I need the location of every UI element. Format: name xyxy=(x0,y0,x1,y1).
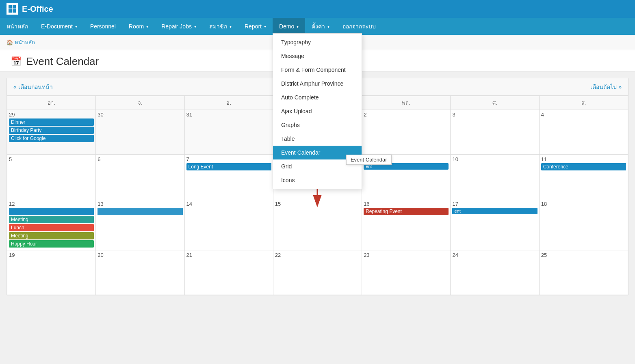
nav-room[interactable]: Room ▾ xyxy=(122,18,155,35)
event-lunch[interactable]: Lunch xyxy=(9,224,94,231)
menu-ajax-upload[interactable]: Ajax Upload xyxy=(273,104,362,118)
menu-message[interactable]: Message xyxy=(273,49,362,63)
nav-logout[interactable]: ออกจากระบบ xyxy=(336,18,382,35)
day-6[interactable]: 6 xyxy=(96,155,184,199)
report-caret: ▾ xyxy=(264,24,266,29)
event-dinner[interactable]: Dinner xyxy=(9,118,94,126)
nav-home[interactable]: หน้าหลัก xyxy=(0,18,35,35)
day-29[interactable]: 29 Dinner Birthday Party Click for Googl… xyxy=(7,110,96,155)
calendar-row-3: 12 Meeting Lunch Meeting Happy Hour 13 1… xyxy=(7,199,628,250)
day-num-4: 4 xyxy=(541,112,626,118)
calendar-icon: 📅 xyxy=(10,56,22,68)
edocument-caret: ▾ xyxy=(75,24,77,29)
menu-icons[interactable]: Icons xyxy=(273,173,362,187)
day-17[interactable]: 17 ent xyxy=(451,199,539,250)
home-icon: 🏠 xyxy=(7,39,13,45)
menu-form[interactable]: Form & Form Component xyxy=(273,63,362,77)
day-11[interactable]: 11 Conference xyxy=(539,155,628,199)
next-month-link[interactable]: เดือนถัดไป » xyxy=(590,82,622,91)
day-24[interactable]: 24 xyxy=(451,250,539,295)
day-20[interactable]: 20 xyxy=(96,250,184,295)
day-3[interactable]: 3 xyxy=(451,110,539,155)
prev-month-link[interactable]: « เดือนก่อนหน้า xyxy=(13,82,53,91)
nav-report[interactable]: Report ▾ xyxy=(238,18,273,35)
event-calendar-tooltip: Event Calendar xyxy=(346,155,392,165)
event-google[interactable]: Click for Google xyxy=(9,135,94,142)
day-16[interactable]: 16 Repeating Event xyxy=(362,199,451,250)
header-mon: จ. xyxy=(96,96,184,110)
day-num-31: 31 xyxy=(186,112,271,118)
header-thu: พฤ. xyxy=(362,96,451,110)
room-caret: ▾ xyxy=(146,24,148,29)
svg-rect-1 xyxy=(13,5,16,9)
event-span-12[interactable] xyxy=(9,208,94,215)
day-23[interactable]: 23 xyxy=(362,250,451,295)
svg-rect-0 xyxy=(9,5,12,9)
day-25[interactable]: 25 xyxy=(539,250,628,295)
calendar-row-4: 19 20 21 22 23 24 xyxy=(7,250,628,295)
day-5[interactable]: 5 xyxy=(7,155,96,199)
menu-event-calendar[interactable]: Event Calendar Event Calendar xyxy=(273,146,362,159)
nav-personnel[interactable]: Personnel xyxy=(84,18,122,35)
app-title: E-Office xyxy=(22,4,53,14)
day-14[interactable]: 14 xyxy=(184,199,273,250)
app-logo-icon xyxy=(7,3,18,15)
demo-caret: ▾ xyxy=(297,24,299,29)
header-sat: ส. xyxy=(539,96,628,110)
menu-autocomplete[interactable]: Auto Complete xyxy=(273,90,362,104)
breadcrumb-home-link[interactable]: หน้าหลัก xyxy=(15,39,35,45)
event-long[interactable]: Long Event xyxy=(186,163,271,170)
event-repeating[interactable]: Repeating Event xyxy=(364,208,449,215)
menu-typography[interactable]: Typography xyxy=(273,35,362,49)
event-birthday[interactable]: Birthday Party xyxy=(9,127,94,134)
nav-edocument[interactable]: E-Document ▾ xyxy=(35,18,84,35)
day-30[interactable]: 30 xyxy=(96,110,184,155)
day-18[interactable]: 18 xyxy=(539,199,628,250)
header-sun: อา. xyxy=(7,96,96,110)
menu-district[interactable]: District Amphur Province xyxy=(273,77,362,90)
repair-caret: ▾ xyxy=(194,24,196,29)
event-ent-17[interactable]: ent xyxy=(452,208,537,214)
demo-dropdown-menu: Typography Message Form & Form Component… xyxy=(273,33,362,189)
nav-bar: หน้าหลัก E-Document ▾ Personnel Room ▾ R… xyxy=(0,18,635,35)
day-12[interactable]: 12 Meeting Lunch Meeting Happy Hour xyxy=(7,199,96,250)
header-tue: อ. xyxy=(184,96,273,110)
day-19[interactable]: 19 xyxy=(7,250,96,295)
svg-rect-2 xyxy=(9,9,12,13)
top-bar: E-Office xyxy=(0,0,635,18)
menu-graphs[interactable]: Graphs xyxy=(273,118,362,132)
nav-settings[interactable]: ตั้งค่า ▾ xyxy=(305,18,336,35)
day-4[interactable]: 4 xyxy=(539,110,628,155)
day-num-2: 2 xyxy=(364,112,449,118)
day-15[interactable]: 15 xyxy=(273,199,362,250)
day-10[interactable]: 10 xyxy=(451,155,539,199)
nav-member[interactable]: สมาชิก ▾ xyxy=(203,18,238,35)
day-7[interactable]: 7 Long Event xyxy=(184,155,273,199)
day-22[interactable]: 22 xyxy=(273,250,362,295)
settings-caret: ▾ xyxy=(327,24,329,29)
event-meeting2[interactable]: Meeting xyxy=(9,232,94,239)
header-fri: ศ. xyxy=(451,96,539,110)
member-caret: ▾ xyxy=(230,24,232,29)
day-2[interactable]: 2 xyxy=(362,110,451,155)
day-num-29: 29 xyxy=(9,112,94,118)
day-num-3: 3 xyxy=(452,112,537,118)
nav-demo[interactable]: Demo ▾ Typography Message Form & Form Co… xyxy=(273,18,305,35)
day-21[interactable]: 21 xyxy=(184,250,273,295)
day-31[interactable]: 31 xyxy=(184,110,273,155)
day-13[interactable]: 13 xyxy=(96,199,184,250)
event-happyhour[interactable]: Happy Hour xyxy=(9,240,94,248)
event-meeting[interactable]: Meeting xyxy=(9,216,94,223)
event-span-13[interactable] xyxy=(98,208,182,215)
svg-rect-3 xyxy=(13,9,16,13)
event-conference[interactable]: Conference xyxy=(541,163,626,170)
day-num-30: 30 xyxy=(98,112,182,118)
menu-table[interactable]: Table xyxy=(273,132,362,146)
nav-repair-jobs[interactable]: Repair Jobs ▾ xyxy=(155,18,203,35)
